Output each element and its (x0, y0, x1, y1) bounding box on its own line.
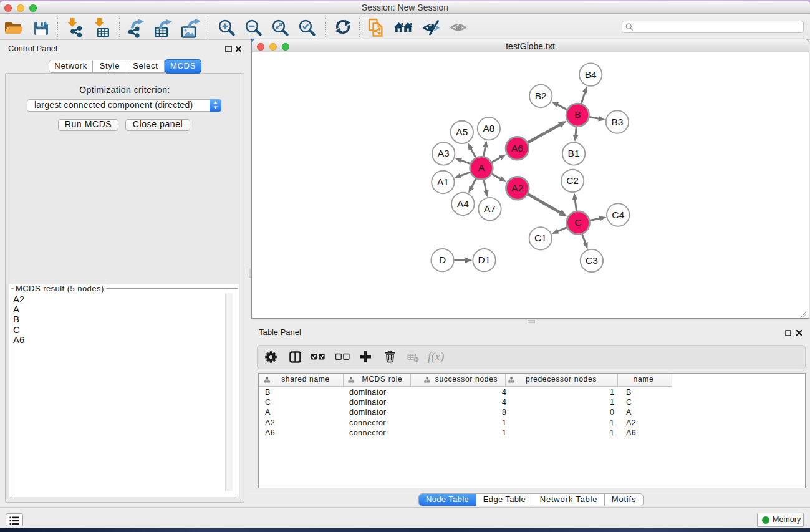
svg-text:C1: C1 (534, 233, 547, 243)
svg-text:B2: B2 (535, 90, 547, 101)
svg-text:C4: C4 (612, 210, 624, 220)
svg-text:A6: A6 (511, 143, 523, 153)
svg-text:D: D (439, 254, 446, 265)
svg-text:B4: B4 (585, 69, 597, 80)
svg-text:A7: A7 (484, 203, 496, 214)
svg-text:A3: A3 (438, 148, 450, 158)
svg-text:D1: D1 (478, 254, 491, 265)
svg-text:C: C (574, 217, 581, 228)
svg-text:A8: A8 (483, 123, 494, 133)
svg-text:C3: C3 (586, 255, 598, 266)
svg-text:A: A (478, 162, 485, 173)
svg-text:C2: C2 (566, 175, 579, 186)
svg-text:A1: A1 (437, 177, 449, 187)
svg-text:B1: B1 (568, 148, 580, 158)
svg-text:A2: A2 (511, 183, 523, 193)
svg-text:B: B (574, 109, 581, 120)
svg-text:A4: A4 (457, 198, 469, 209)
svg-text:B3: B3 (611, 117, 623, 127)
svg-text:A5: A5 (456, 127, 468, 137)
